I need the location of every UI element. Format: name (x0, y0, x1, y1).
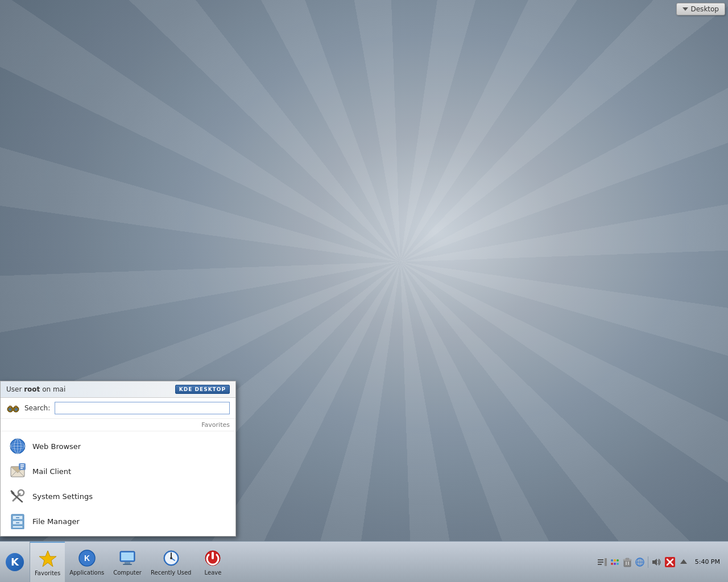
search-binoculars-icon (6, 401, 20, 415)
kde-start-icon: K (6, 553, 24, 571)
menu-item-system-settings-label: System Settings (32, 492, 93, 501)
desktop-button-label: Desktop (691, 5, 719, 13)
menu-item-file-manager-label: File Manager (32, 517, 80, 526)
recently-used-tab-label: Recently Used (151, 569, 191, 576)
system-tray: 5:40 PM (590, 542, 728, 582)
desktop-button[interactable]: Desktop (676, 3, 726, 15)
menu-item-system-settings[interactable]: System Settings (1, 484, 235, 509)
svg-rect-4 (11, 408, 15, 410)
svg-point-52 (614, 559, 616, 562)
svg-rect-29 (13, 526, 23, 528)
error-tray-icon[interactable] (664, 556, 676, 568)
svg-point-51 (611, 559, 613, 562)
quick-launch (594, 556, 648, 568)
user-middle: on (40, 385, 53, 393)
tab-favorites[interactable]: Favorites (30, 542, 65, 582)
computer-icon (117, 548, 138, 568)
svg-rect-57 (624, 560, 631, 567)
hostname: mai (53, 385, 65, 393)
menu-item-mail-client[interactable]: Mail Client (1, 459, 235, 484)
mail-client-icon (9, 462, 27, 480)
leave-icon (202, 548, 223, 568)
search-label: Search: (24, 404, 50, 412)
svg-rect-46 (212, 552, 214, 559)
svg-marker-66 (652, 559, 657, 566)
file-manager-icon (9, 512, 27, 530)
search-input[interactable] (55, 402, 230, 414)
user-prefix: User (6, 385, 24, 393)
user-info: User root on mai (6, 385, 65, 393)
taskbar: K Favorites K Applications (0, 541, 728, 582)
tab-applications[interactable]: K Applications (65, 542, 109, 582)
favorites-section-label: Favorites (1, 419, 235, 431)
up-arrow-tray-icon[interactable] (678, 556, 689, 568)
tools-tray-icon[interactable] (597, 556, 608, 568)
svg-text:K: K (84, 554, 90, 563)
svg-rect-49 (598, 564, 602, 565)
system-clock: 5:40 PM (692, 558, 723, 566)
volume-tray-icon[interactable] (651, 556, 662, 568)
svg-point-23 (18, 490, 24, 496)
search-bar: Search: (1, 398, 235, 419)
svg-point-44 (170, 557, 172, 559)
menu-items-list: Web Browser Mail Client (1, 431, 235, 536)
svg-rect-47 (598, 559, 603, 560)
desktop-button-arrow-icon (682, 7, 688, 11)
start-button[interactable]: K (0, 542, 30, 582)
svg-rect-39 (123, 564, 132, 565)
menu-item-web-browser-label: Web Browser (32, 442, 81, 451)
web-browser-icon (9, 437, 27, 455)
svg-rect-6 (15, 406, 17, 408)
svg-rect-31 (16, 522, 19, 523)
menu-item-web-browser[interactable]: Web Browser (1, 434, 235, 459)
menu-item-mail-client-label: Mail Client (32, 467, 71, 476)
tab-leave[interactable]: Leave (196, 542, 230, 582)
svg-point-56 (617, 563, 619, 565)
svg-rect-38 (125, 562, 130, 564)
svg-point-54 (611, 563, 613, 565)
svg-point-55 (614, 563, 616, 565)
svg-rect-59 (626, 558, 629, 560)
svg-rect-5 (9, 406, 11, 408)
svg-marker-70 (680, 559, 687, 564)
svg-rect-30 (16, 517, 19, 518)
trash-tray-icon[interactable] (622, 556, 633, 568)
computer-tab-label: Computer (113, 569, 142, 576)
favorites-icon (38, 548, 58, 569)
start-menu: User root on mai KDE DESKTOP Search: Fav… (0, 381, 236, 537)
applications-icon: K (77, 548, 97, 568)
network-tray-icon[interactable] (634, 556, 646, 568)
svg-rect-37 (121, 552, 134, 560)
svg-rect-50 (605, 558, 607, 566)
menu-item-file-manager[interactable]: File Manager (1, 509, 235, 534)
svg-point-53 (617, 559, 619, 562)
start-menu-header: User root on mai KDE DESKTOP (1, 381, 235, 398)
tab-computer[interactable]: Computer (109, 542, 146, 582)
dots-tray-icon[interactable] (609, 556, 621, 568)
kde-logo-badge: KDE DESKTOP (175, 385, 230, 394)
favorites-label: Favorites (35, 570, 60, 576)
applications-tab-label: Applications (69, 569, 104, 576)
system-settings-icon (9, 487, 27, 505)
leave-tab-label: Leave (205, 569, 222, 576)
tab-recently-used[interactable]: Recently Used (146, 542, 196, 582)
recently-used-icon (161, 548, 181, 568)
svg-marker-32 (39, 551, 56, 567)
username: root (24, 385, 40, 393)
svg-rect-48 (598, 562, 603, 563)
